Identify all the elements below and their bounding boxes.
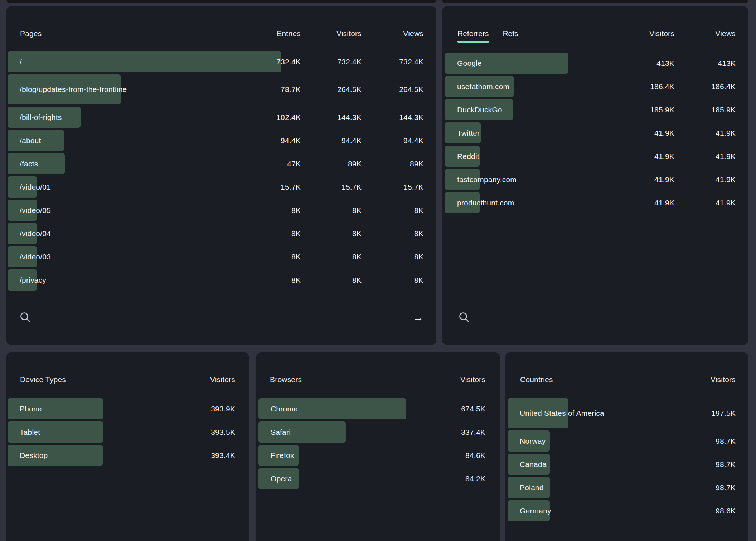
table-row[interactable]: DuckDuckGo185.9K185.9K	[445, 99, 748, 120]
pages-column-views: Views	[403, 29, 423, 38]
table-row[interactable]: Tablet393.5K	[8, 421, 249, 443]
row-label: Norway	[508, 437, 546, 445]
row-label: Poland	[508, 483, 544, 492]
row-value-entries: 8K	[291, 253, 301, 261]
row-value-entries: 78.7K	[281, 85, 301, 94]
row-bar: Google	[445, 53, 568, 74]
tab-referrers[interactable]: Referrers	[457, 29, 489, 43]
row-value-visitors: 8K	[352, 253, 362, 261]
table-row[interactable]: Canada98.7K	[508, 454, 748, 475]
row-value-visitors: 98.6K	[716, 507, 736, 515]
row-value-visitors: 8K	[352, 229, 362, 238]
row-value-visitors: 185.9K	[650, 106, 674, 114]
pages-column-visitors: Visitors	[336, 29, 362, 38]
row-value-views: 732.4K	[399, 58, 423, 66]
pages-search-button[interactable]	[19, 311, 32, 323]
table-row[interactable]: /video/038K8K8K	[8, 246, 436, 267]
row-value-visitors: 186.4K	[650, 82, 674, 91]
table-row[interactable]: Norway98.7K	[508, 430, 748, 452]
row-value-visitors: 89K	[348, 160, 362, 168]
table-row[interactable]: /privacy8K8K8K	[8, 269, 436, 291]
table-row[interactable]: Phone393.9K	[8, 398, 249, 419]
row-label: fastcompany.com	[445, 175, 517, 184]
table-row[interactable]: United States of America197.5K	[508, 398, 748, 428]
table-row[interactable]: Germany98.6K	[508, 500, 748, 521]
row-label: Phone	[8, 405, 42, 413]
row-label: Germany	[508, 507, 551, 515]
row-label: Twitter	[445, 129, 480, 137]
tab-refs[interactable]: Refs	[503, 29, 518, 38]
row-bar: /video/03	[8, 246, 37, 267]
referrers-rows: Google413K413Kusefathom.com186.4K186.4KD…	[445, 53, 748, 215]
row-label: /bill-of-rights	[8, 113, 62, 122]
row-label: /facts	[8, 160, 38, 168]
row-value-views: 89K	[410, 160, 423, 168]
table-row[interactable]: /bill-of-rights102.4K144.3K144.3K	[8, 107, 436, 128]
pages-more-button[interactable]: →	[413, 312, 423, 323]
row-label: /about	[8, 136, 41, 145]
row-bar: /video/05	[8, 200, 37, 221]
table-row[interactable]: /blog/updates-from-the-frontline78.7K264…	[8, 74, 436, 104]
row-label: Desktop	[8, 451, 48, 460]
table-row[interactable]: /about94.4K94.4K94.4K	[8, 130, 436, 151]
table-row[interactable]: /video/0115.7K15.7K15.7K	[8, 176, 436, 198]
row-bar: /video/01	[8, 176, 37, 198]
row-bar: Safari	[258, 421, 346, 443]
row-value-visitors: 41.9K	[654, 129, 674, 137]
analytics-dashboard: { "theme": { "page_bg": "#31343e", "pane…	[0, 0, 756, 541]
row-bar: usefathom.com	[445, 76, 514, 97]
row-label: Opera	[258, 474, 292, 483]
row-value-views: 185.9K	[711, 106, 736, 114]
table-row[interactable]: /video/048K8K8K	[8, 223, 436, 244]
row-label: usefathom.com	[445, 82, 509, 91]
referrers-search-button[interactable]	[458, 311, 470, 323]
row-bar: /video/04	[8, 223, 37, 244]
row-bar: /about	[8, 130, 64, 151]
row-value-entries: 15.7K	[281, 183, 301, 191]
table-row[interactable]: usefathom.com186.4K186.4K	[445, 76, 748, 97]
row-value-views: 8K	[414, 206, 423, 215]
table-row[interactable]: Google413K413K	[445, 53, 748, 74]
row-label: /video/05	[8, 206, 51, 215]
table-row[interactable]: Poland98.7K	[508, 477, 748, 498]
row-bar: Desktop	[8, 445, 103, 466]
row-bar: /privacy	[8, 269, 37, 291]
row-label: Canada	[508, 460, 547, 469]
table-row[interactable]: /732.4K732.4K732.4K	[8, 51, 436, 72]
table-row[interactable]: Desktop393.4K	[8, 445, 249, 466]
table-row[interactable]: Reddit41.9K41.9K	[445, 146, 748, 167]
table-row[interactable]: Opera84.2K	[258, 468, 500, 489]
top-panel-edge-right	[442, 0, 748, 3]
row-bar: United States of America	[508, 398, 568, 428]
table-row[interactable]: Twitter41.9K41.9K	[445, 122, 748, 143]
browsers-panel: Browsers Visitors Chrome674.5KSafari337.…	[256, 352, 500, 541]
row-value-visitors: 144.3K	[337, 113, 362, 122]
table-row[interactable]: /video/058K8K8K	[8, 200, 436, 221]
table-row[interactable]: Firefox84.6K	[258, 445, 500, 466]
table-row[interactable]: /facts47K89K89K	[8, 153, 436, 174]
row-value-entries: 47K	[287, 160, 301, 168]
table-row[interactable]: Safari337.4K	[258, 421, 500, 443]
row-value-visitors: 732.4K	[337, 58, 362, 66]
row-bar: Poland	[508, 477, 550, 498]
table-row[interactable]: fastcompany.com41.9K41.9K	[445, 169, 748, 190]
row-label: Reddit	[445, 152, 479, 161]
row-value-entries: 102.4K	[276, 113, 301, 122]
device-types-title: Device Types	[20, 375, 66, 384]
row-label: Chrome	[258, 405, 298, 413]
row-value-views: 8K	[414, 229, 423, 238]
top-panel-edge-left	[6, 0, 436, 3]
device-types-rows: Phone393.9KTablet393.5KDesktop393.4K	[8, 398, 249, 468]
row-bar: /	[8, 51, 281, 72]
referrers-panel: Referrers Refs Visitors Views Google413K…	[442, 6, 748, 345]
table-row[interactable]: Chrome674.5K	[258, 398, 500, 419]
countries-rows: United States of America197.5KNorway98.7…	[508, 398, 748, 523]
row-bar: /facts	[8, 153, 65, 174]
row-value-entries: 8K	[291, 276, 301, 284]
table-row[interactable]: producthunt.com41.9K41.9K	[445, 192, 748, 213]
row-value-visitors: 337.4K	[461, 428, 485, 437]
row-value-entries: 8K	[291, 206, 301, 215]
row-label: /blog/updates-from-the-frontline	[8, 85, 127, 94]
row-label: /video/01	[8, 183, 51, 191]
row-bar: /bill-of-rights	[8, 107, 81, 128]
